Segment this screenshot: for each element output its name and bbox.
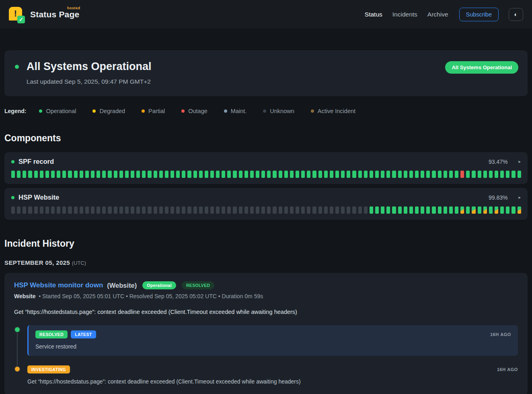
uptime-bar-up: [28, 171, 32, 178]
incident-description: Get “https://hostedstatus.page”: context…: [14, 309, 518, 315]
uptime-bar-up: [381, 206, 384, 214]
uptime-bar-up: [290, 171, 294, 178]
uptime-bar-nodata: [154, 206, 157, 214]
uptime-bar-up: [85, 171, 89, 178]
component-header[interactable]: HSP Website 99.83% ▸: [11, 194, 521, 201]
legend-item-label: Operational: [46, 108, 76, 114]
legend: Legend: Operational Degraded Partial Out…: [4, 108, 528, 114]
incident-meta-details: • Started Sep 05, 2025 05:01 UTC • Resol…: [39, 293, 263, 299]
uptime-bar-nodata: [125, 206, 129, 214]
active-incident-dot-icon: [311, 109, 314, 113]
incident-title-link[interactable]: HSP Website monitor down: [14, 281, 103, 289]
incident-date-heading: SEPTEMBER 05, 2025 (UTC): [4, 259, 528, 266]
uptime-bar-nodata: [28, 206, 32, 214]
legend-item-label: Unknown: [270, 108, 294, 114]
uptime-bar-up: [438, 206, 442, 214]
uptime-bar-up: [398, 206, 402, 214]
uptime-bar-nodata: [358, 206, 362, 214]
uptime-bar-nodata: [301, 206, 305, 214]
uptime-bar-up: [114, 171, 117, 178]
component-header[interactable]: SPF record 93.47% ▸: [11, 158, 521, 165]
uptime-bar-up: [432, 206, 435, 214]
latest-badge: LATEST: [71, 330, 96, 338]
uptime-bar-up: [154, 171, 157, 178]
uptime-bar-up: [449, 206, 453, 214]
uptime-bar-up: [404, 171, 407, 178]
uptime-bar-nodata: [68, 206, 72, 214]
uptime-bar-up: [511, 171, 515, 178]
uptime-bar-up: [455, 171, 458, 178]
uptime-bar-up: [455, 206, 458, 214]
uptime-bar-nodata: [142, 206, 146, 214]
unknown-dot-icon: [263, 109, 266, 113]
uptime-bar-nodata: [85, 206, 89, 214]
uptime-bar-nodata: [114, 206, 117, 214]
theme-toggle-button[interactable]: ◐: [509, 8, 523, 21]
header: ! ✓ Status Page hosted Status Incidents …: [0, 0, 532, 29]
operational-dot-icon: [15, 65, 19, 69]
nav-link-status[interactable]: Status: [365, 11, 382, 18]
uptime-bar-up: [131, 171, 134, 178]
uptime-bar-nodata: [17, 206, 21, 214]
incident-meta: Website • Started Sep 05, 2025 05:01 UTC…: [14, 293, 518, 299]
half-moon-icon: ◐: [514, 11, 518, 18]
update-timestamp: 16H AGO: [490, 332, 511, 337]
uptime-bar-up: [324, 171, 328, 178]
partial-dot-icon: [142, 109, 145, 113]
nav-link-incidents[interactable]: Incidents: [392, 11, 417, 18]
uptime-bar-up: [142, 171, 146, 178]
uptime-bar-nodata: [108, 206, 111, 214]
uptime-bar-up: [381, 171, 384, 178]
status-title-row: All Systems Operational: [15, 60, 517, 73]
uptime-bar-up: [233, 171, 236, 178]
uptime-bar-up: [511, 206, 515, 214]
last-updated-text: Last updated Sep 5, 2025, 09:47 PM GMT+2: [27, 78, 517, 85]
uptime-bar-up: [296, 171, 299, 178]
uptime-bar-up: [102, 171, 106, 178]
uptime-bar-nodata: [256, 206, 259, 214]
uptime-bar-nodata: [23, 206, 26, 214]
update-message: Get “https://hostedstatus.page”: context…: [27, 378, 518, 385]
uptime-bar-up: [136, 171, 140, 178]
uptime-bar-up: [261, 171, 265, 178]
uptime-bar-nodata: [341, 206, 345, 214]
uptime-bar-nodata: [318, 206, 322, 214]
uptime-bar-up: [301, 171, 305, 178]
brand-title: Status Page hosted: [30, 10, 79, 19]
uptime-bar-nodata: [324, 206, 328, 214]
uptime-bar-up: [409, 206, 413, 214]
uptime-bar-up: [409, 171, 413, 178]
uptime-bar-up: [210, 171, 214, 178]
uptime-bar-up: [205, 171, 208, 178]
chevron-right-icon[interactable]: ▸: [518, 159, 521, 164]
uptime-bar-nodata: [187, 206, 191, 214]
uptime-bar-nodata: [205, 206, 208, 214]
uptime-bar-nodata: [279, 206, 282, 214]
uptime-bar-up: [187, 171, 191, 178]
legend-item-unknown: Unknown: [263, 108, 294, 114]
uptime-bar-up: [165, 171, 168, 178]
uptime-bar-up: [176, 171, 180, 178]
uptime-bar-nodata: [11, 206, 15, 214]
uptime-bar-up: [256, 171, 259, 178]
nav-link-archive[interactable]: Archive: [427, 11, 448, 18]
uptime-bar-up: [80, 171, 83, 178]
brand-logo[interactable]: ! ✓ Status Page hosted: [9, 7, 79, 22]
chevron-right-icon[interactable]: ▸: [518, 195, 521, 200]
uptime-bar-nodata: [261, 206, 265, 214]
uptime-bar-nodata: [193, 206, 197, 214]
uptime-bar-up: [518, 171, 521, 178]
uptime-bar-up: [392, 206, 396, 214]
uptime-bar-up: [426, 206, 430, 214]
uptime-bar-up: [438, 171, 442, 178]
uptime-bar-up: [392, 171, 396, 178]
uptime-bar-up: [250, 171, 254, 178]
uptime-bar-up: [97, 171, 100, 178]
brand-title-text: Status Page: [30, 10, 79, 19]
uptime-bar-up: [40, 171, 43, 178]
legend-item-label: Maint.: [231, 108, 247, 114]
subscribe-button[interactable]: Subscribe: [459, 8, 499, 21]
uptime-bar-nodata: [233, 206, 236, 214]
uptime-bar-nodata: [267, 206, 271, 214]
legend-item-label: Outage: [188, 108, 207, 114]
